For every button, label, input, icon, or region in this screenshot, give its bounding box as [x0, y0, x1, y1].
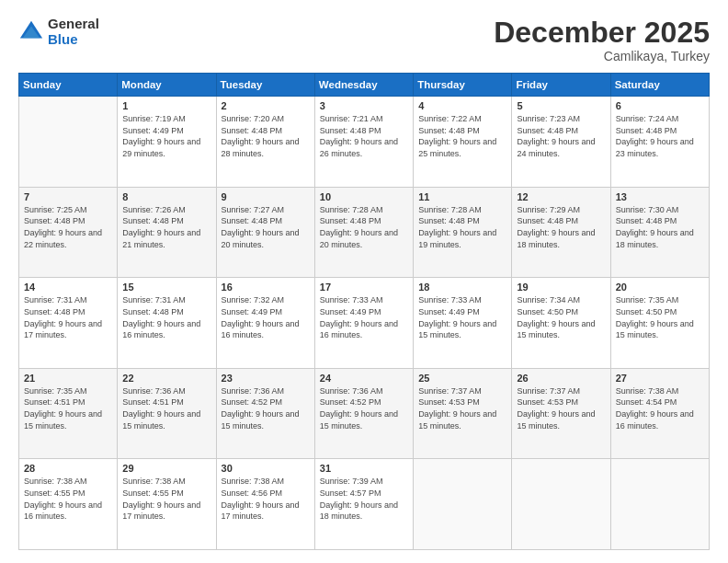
day-info: Sunrise: 7:35 AMSunset: 4:50 PMDaylight:… — [616, 294, 704, 340]
calendar-cell: 27Sunrise: 7:38 AMSunset: 4:54 PMDayligh… — [610, 368, 709, 459]
calendar-cell — [610, 459, 709, 550]
calendar-week-row: 14Sunrise: 7:31 AMSunset: 4:48 PMDayligh… — [19, 278, 710, 369]
day-number: 6 — [616, 100, 704, 111]
day-info: Sunrise: 7:28 AMSunset: 4:48 PMDaylight:… — [320, 204, 408, 250]
day-number: 11 — [418, 191, 506, 202]
day-number: 5 — [517, 100, 605, 111]
day-info: Sunrise: 7:31 AMSunset: 4:48 PMDaylight:… — [24, 294, 112, 340]
day-info: Sunrise: 7:38 AMSunset: 4:54 PMDaylight:… — [616, 385, 704, 431]
calendar-cell: 11Sunrise: 7:28 AMSunset: 4:48 PMDayligh… — [414, 187, 512, 278]
calendar-cell — [512, 459, 610, 550]
day-info: Sunrise: 7:36 AMSunset: 4:52 PMDaylight:… — [320, 385, 408, 431]
calendar-cell: 8Sunrise: 7:26 AMSunset: 4:48 PMDaylight… — [118, 187, 216, 278]
day-number: 10 — [320, 191, 408, 202]
day-info: Sunrise: 7:35 AMSunset: 4:51 PMDaylight:… — [24, 385, 112, 431]
calendar-cell: 12Sunrise: 7:29 AMSunset: 4:48 PMDayligh… — [512, 187, 610, 278]
location: Camlikaya, Turkey — [494, 49, 710, 63]
day-number: 13 — [616, 191, 704, 202]
calendar-cell: 23Sunrise: 7:36 AMSunset: 4:52 PMDayligh… — [216, 368, 314, 459]
calendar-cell: 18Sunrise: 7:33 AMSunset: 4:49 PMDayligh… — [414, 278, 512, 369]
day-info: Sunrise: 7:39 AMSunset: 4:57 PMDaylight:… — [320, 476, 408, 522]
calendar-cell: 26Sunrise: 7:37 AMSunset: 4:53 PMDayligh… — [512, 368, 610, 459]
day-number: 9 — [222, 191, 310, 202]
day-number: 21 — [24, 373, 112, 384]
calendar-cell: 6Sunrise: 7:24 AMSunset: 4:48 PMDaylight… — [610, 97, 709, 188]
day-info: Sunrise: 7:38 AMSunset: 4:55 PMDaylight:… — [122, 476, 210, 522]
logo-general: General — [48, 17, 99, 32]
day-info: Sunrise: 7:30 AMSunset: 4:48 PMDaylight:… — [616, 204, 704, 250]
calendar-cell: 21Sunrise: 7:35 AMSunset: 4:51 PMDayligh… — [19, 368, 118, 459]
day-info: Sunrise: 7:22 AMSunset: 4:48 PMDaylight:… — [418, 113, 506, 159]
day-info: Sunrise: 7:19 AMSunset: 4:49 PMDaylight:… — [122, 113, 210, 159]
day-info: Sunrise: 7:29 AMSunset: 4:48 PMDaylight:… — [517, 204, 605, 250]
calendar-table: SundayMondayTuesdayWednesdayThursdayFrid… — [18, 73, 710, 550]
day-header-friday: Friday — [512, 74, 610, 97]
day-number: 14 — [24, 282, 112, 293]
header: General Blue December 2025 Camlikaya, Tu… — [18, 17, 710, 63]
day-info: Sunrise: 7:37 AMSunset: 4:53 PMDaylight:… — [517, 385, 605, 431]
calendar-week-row: 1Sunrise: 7:19 AMSunset: 4:49 PMDaylight… — [19, 97, 710, 188]
day-number: 24 — [320, 373, 408, 384]
calendar-cell: 22Sunrise: 7:36 AMSunset: 4:51 PMDayligh… — [118, 368, 216, 459]
logo-text: General Blue — [48, 17, 99, 47]
day-number: 30 — [222, 463, 310, 474]
calendar-cell: 2Sunrise: 7:20 AMSunset: 4:48 PMDaylight… — [216, 97, 314, 188]
day-number: 15 — [122, 282, 210, 293]
day-header-saturday: Saturday — [610, 74, 709, 97]
day-number: 22 — [122, 373, 210, 384]
calendar-header-row: SundayMondayTuesdayWednesdayThursdayFrid… — [19, 74, 710, 97]
day-info: Sunrise: 7:33 AMSunset: 4:49 PMDaylight:… — [320, 294, 408, 340]
logo-blue: Blue — [48, 32, 99, 48]
calendar-cell: 31Sunrise: 7:39 AMSunset: 4:57 PMDayligh… — [314, 459, 413, 550]
calendar-cell: 19Sunrise: 7:34 AMSunset: 4:50 PMDayligh… — [512, 278, 610, 369]
calendar-cell: 14Sunrise: 7:31 AMSunset: 4:48 PMDayligh… — [19, 278, 118, 369]
calendar-cell: 3Sunrise: 7:21 AMSunset: 4:48 PMDaylight… — [314, 97, 413, 188]
calendar-cell: 25Sunrise: 7:37 AMSunset: 4:53 PMDayligh… — [414, 368, 512, 459]
calendar-cell: 15Sunrise: 7:31 AMSunset: 4:48 PMDayligh… — [118, 278, 216, 369]
day-number: 2 — [222, 100, 310, 111]
calendar-cell: 9Sunrise: 7:27 AMSunset: 4:48 PMDaylight… — [216, 187, 314, 278]
day-number: 18 — [418, 282, 506, 293]
day-number: 26 — [517, 373, 605, 384]
day-info: Sunrise: 7:36 AMSunset: 4:52 PMDaylight:… — [222, 385, 310, 431]
calendar-cell: 10Sunrise: 7:28 AMSunset: 4:48 PMDayligh… — [314, 187, 413, 278]
calendar-cell: 16Sunrise: 7:32 AMSunset: 4:49 PMDayligh… — [216, 278, 314, 369]
month-title: December 2025 — [494, 17, 710, 49]
day-number: 27 — [616, 373, 704, 384]
day-info: Sunrise: 7:26 AMSunset: 4:48 PMDaylight:… — [122, 204, 210, 250]
day-info: Sunrise: 7:36 AMSunset: 4:51 PMDaylight:… — [122, 385, 210, 431]
page: General Blue December 2025 Camlikaya, Tu… — [0, 0, 728, 563]
logo-icon — [18, 19, 44, 45]
calendar-cell — [19, 97, 118, 188]
calendar-cell: 1Sunrise: 7:19 AMSunset: 4:49 PMDaylight… — [118, 97, 216, 188]
calendar-cell: 24Sunrise: 7:36 AMSunset: 4:52 PMDayligh… — [314, 368, 413, 459]
day-number: 8 — [122, 191, 210, 202]
day-info: Sunrise: 7:20 AMSunset: 4:48 PMDaylight:… — [222, 113, 310, 159]
day-info: Sunrise: 7:33 AMSunset: 4:49 PMDaylight:… — [418, 294, 506, 340]
day-info: Sunrise: 7:38 AMSunset: 4:56 PMDaylight:… — [222, 476, 310, 522]
day-number: 12 — [517, 191, 605, 202]
day-info: Sunrise: 7:25 AMSunset: 4:48 PMDaylight:… — [24, 204, 112, 250]
day-number: 17 — [320, 282, 408, 293]
day-header-thursday: Thursday — [414, 74, 512, 97]
day-info: Sunrise: 7:27 AMSunset: 4:48 PMDaylight:… — [222, 204, 310, 250]
day-number: 29 — [122, 463, 210, 474]
calendar-week-row: 7Sunrise: 7:25 AMSunset: 4:48 PMDaylight… — [19, 187, 710, 278]
day-info: Sunrise: 7:31 AMSunset: 4:48 PMDaylight:… — [122, 294, 210, 340]
calendar-cell: 4Sunrise: 7:22 AMSunset: 4:48 PMDaylight… — [414, 97, 512, 188]
day-number: 3 — [320, 100, 408, 111]
day-number: 25 — [418, 373, 506, 384]
day-info: Sunrise: 7:24 AMSunset: 4:48 PMDaylight:… — [616, 113, 704, 159]
day-number: 28 — [24, 463, 112, 474]
day-number: 23 — [222, 373, 310, 384]
day-number: 16 — [222, 282, 310, 293]
day-number: 19 — [517, 282, 605, 293]
calendar-cell: 7Sunrise: 7:25 AMSunset: 4:48 PMDaylight… — [19, 187, 118, 278]
day-info: Sunrise: 7:28 AMSunset: 4:48 PMDaylight:… — [418, 204, 506, 250]
calendar-week-row: 21Sunrise: 7:35 AMSunset: 4:51 PMDayligh… — [19, 368, 710, 459]
calendar-cell: 30Sunrise: 7:38 AMSunset: 4:56 PMDayligh… — [216, 459, 314, 550]
day-header-monday: Monday — [118, 74, 216, 97]
calendar-cell: 29Sunrise: 7:38 AMSunset: 4:55 PMDayligh… — [118, 459, 216, 550]
day-number: 7 — [24, 191, 112, 202]
day-info: Sunrise: 7:21 AMSunset: 4:48 PMDaylight:… — [320, 113, 408, 159]
